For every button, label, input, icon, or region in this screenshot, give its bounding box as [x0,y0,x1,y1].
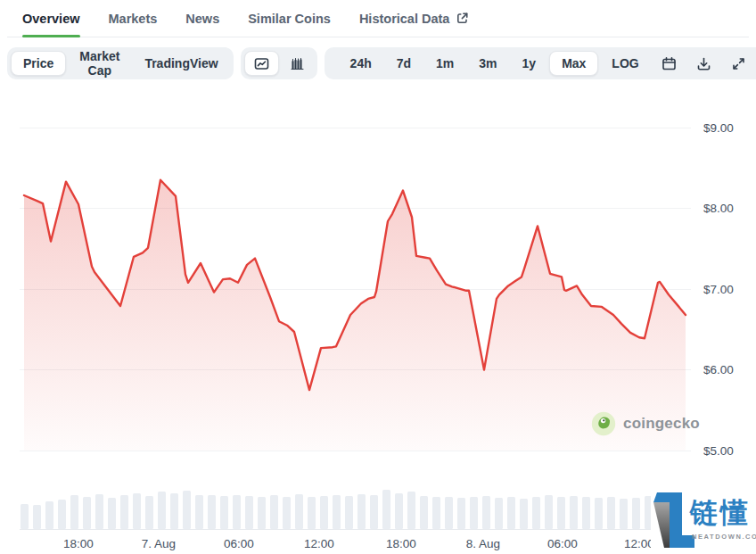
volume-bar [370,495,378,529]
volume-bar [145,496,153,529]
x-axis-tick-label: 12:00 [304,537,334,550]
date-range-button[interactable] [653,51,686,76]
expand-icon [731,56,746,71]
log-scale-button[interactable]: LOG [600,51,650,76]
x-axis-tick-label: 12:00 [624,537,654,550]
volume-bar [220,496,228,529]
volume-bar [407,492,415,529]
range-1y-button[interactable]: 1y [511,51,548,76]
range-7d-button[interactable]: 7d [385,51,423,76]
volume-bar [457,498,465,529]
volume-bar [595,498,603,529]
download-icon [696,56,711,71]
tab-overview[interactable]: Overview [22,0,80,37]
volume-bar [345,496,353,529]
volume-bar [245,496,253,529]
price-area-fill [24,180,686,451]
download-button[interactable] [687,51,720,76]
tab-markets[interactable]: Markets [109,0,158,37]
metric-toggle: Price Market Cap TradingView [7,47,234,79]
volume-bar [357,494,366,529]
volume-bar [333,495,341,529]
fullscreen-button[interactable] [722,51,755,76]
candlestick-chart-icon [290,56,305,71]
range-1m-button[interactable]: 1m [424,51,465,76]
volume-bar [607,497,615,529]
volume-bar [545,495,553,529]
y-axis-tick-label: $6.00 [703,363,734,376]
volume-bar [95,494,103,529]
range-toggle: 24h 7d 1m 3m 1y Max LOG [325,47,756,79]
x-axis-tick-label: 8. Aug [466,537,500,550]
y-axis-tick-label: $7.00 [703,283,734,296]
volume-bar [158,492,166,529]
chart-toolbar: Price Market Cap TradingView 24h 7d 1m 3… [7,47,749,79]
volume-bar [58,500,66,529]
volume-bars [20,490,703,530]
tab-historical-data-label: Historical Data [359,12,450,26]
tab-similar-coins[interactable]: Similar Coins [248,0,331,37]
volume-bar [258,497,266,529]
volume-bar [445,497,453,529]
tab-bar: Overview Markets News Similar Coins Hist… [7,0,749,37]
site-name: 链懂 [690,499,751,526]
volume-bar [482,496,490,529]
volume-bar [320,496,328,529]
volume-bar [557,497,565,529]
price-button[interactable]: Price [11,51,66,76]
volume-bar [233,495,241,529]
volume-bar [45,501,53,529]
neatdown-watermark: 链懂 NEATDOWN.COM [651,489,756,554]
volume-bar [395,493,403,529]
line-chart-button[interactable] [244,51,279,76]
volume-bar [270,495,278,529]
y-axis-tick-label: $9.00 [703,121,734,135]
tab-historical-data[interactable]: Historical Data [359,0,470,37]
volume-bar [620,499,628,529]
volume-bar [420,496,428,529]
volume-bar [507,497,515,529]
volume-bar [21,504,29,529]
line-chart-icon [254,56,269,71]
volume-bar [532,497,540,529]
volume-bar [582,497,590,529]
tab-news[interactable]: News [185,0,219,37]
candlestick-chart-button[interactable] [281,51,314,76]
volume-bar [183,491,191,529]
volume-bar [83,497,91,529]
volume-bar [382,490,390,529]
volume-bar [133,493,141,529]
price-chart[interactable]: $9.00$8.00$7.00$6.00$5.0018:007. Aug06:0… [0,83,756,554]
volume-bar [520,499,528,529]
volume-bar [195,495,203,529]
site-domain: NEATDOWN.COM [692,533,756,541]
range-3m-button[interactable]: 3m [467,51,508,76]
external-link-icon [456,12,469,25]
volume-bar [208,495,216,529]
volume-bar [108,498,116,529]
volume-bar [70,495,78,529]
x-axis-tick-label: 06:00 [547,537,578,550]
tradingview-button[interactable]: TradingView [133,51,229,76]
price-area-series [24,180,686,451]
volume-bar [33,505,41,529]
volume-bar [308,497,316,529]
volume-bar [570,496,578,529]
y-axis-tick-label: $8.00 [703,202,734,215]
volume-bar [295,494,303,529]
market-cap-button[interactable]: Market Cap [68,51,131,76]
volume-bar [432,497,440,529]
x-axis-tick-label: 06:00 [224,537,254,550]
volume-bar [283,497,291,529]
volume-bar [470,497,478,529]
x-axis-tick-label: 18:00 [63,537,94,550]
chart-type-toggle [241,47,317,79]
volume-bar [120,495,128,529]
range-max-button[interactable]: Max [549,51,598,76]
calendar-icon [662,56,677,71]
x-axis-tick-label: 18:00 [386,537,416,550]
volume-bar [632,498,640,529]
volume-bar [170,493,178,529]
range-24h-button[interactable]: 24h [339,51,383,76]
volume-bar [495,498,503,529]
